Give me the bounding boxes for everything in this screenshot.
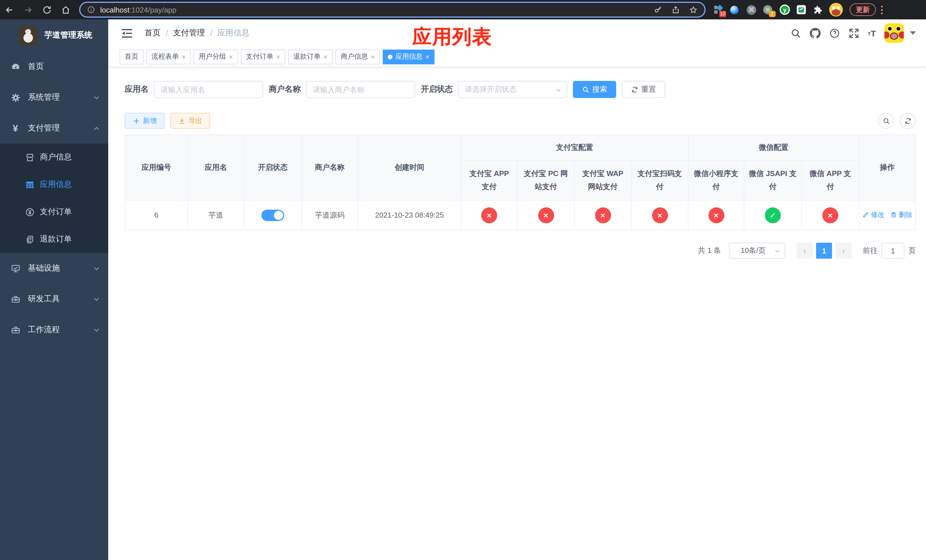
pagination: 共 1 条 10条/页 ‹ 1 › 前往 页 bbox=[125, 243, 916, 259]
prev-page-button[interactable]: ‹ bbox=[797, 243, 813, 259]
toggle-search-button[interactable] bbox=[878, 113, 894, 129]
cell-alipay-wap: × bbox=[574, 200, 631, 230]
browser-refresh-button[interactable] bbox=[38, 0, 56, 20]
sidebar-item-app-info[interactable]: 应用信息 bbox=[0, 171, 108, 198]
extension-recorder-icon[interactable]: 1 bbox=[763, 5, 773, 15]
sidebar-item-label: 支付管理 bbox=[28, 123, 60, 133]
sidebar-item-label: 基础设施 bbox=[28, 263, 60, 274]
app-logo-row[interactable]: 芋道管理系统 bbox=[0, 20, 108, 51]
col-header-enabled: 开启状态 bbox=[244, 135, 301, 200]
extension-y-icon[interactable]: y bbox=[780, 5, 790, 15]
sidebar-item-payment-orders[interactable]: 支付订单 bbox=[0, 198, 108, 226]
tab-home[interactable]: 首页 bbox=[120, 49, 144, 64]
tab-user-group[interactable]: 用户分组× bbox=[194, 49, 238, 64]
close-icon[interactable]: × bbox=[371, 53, 375, 60]
close-icon[interactable]: × bbox=[229, 53, 233, 60]
sidebar-item-system[interactable]: 系统管理 bbox=[0, 82, 108, 113]
table-toolbar: 新增 导出 bbox=[125, 113, 916, 129]
sidebar-item-infrastructure[interactable]: 基础设施 bbox=[0, 253, 108, 284]
next-page-button[interactable]: › bbox=[835, 243, 851, 259]
chevron-down-icon bbox=[94, 327, 100, 333]
share-icon[interactable] bbox=[672, 5, 680, 14]
sidebar-item-label: 商户信息 bbox=[40, 152, 72, 162]
grid-table-icon bbox=[24, 179, 35, 190]
delete-link[interactable]: 删除 bbox=[890, 210, 912, 220]
cell-alipay-qr: × bbox=[631, 200, 688, 230]
pencil-icon bbox=[862, 212, 869, 218]
cell-created: 2021-10-23 08:49:25 bbox=[358, 200, 461, 230]
sidebar-item-payment[interactable]: ¥ 支付管理 bbox=[0, 113, 108, 144]
enabled-toggle[interactable] bbox=[262, 209, 284, 221]
search-icon[interactable] bbox=[790, 28, 801, 38]
goto-suffix: 页 bbox=[908, 245, 916, 256]
extension-command-icon[interactable]: ⌘ bbox=[747, 5, 756, 15]
edit-link[interactable]: 修改 bbox=[862, 210, 884, 220]
sidebar-item-label: 系统管理 bbox=[28, 92, 60, 103]
browser-update-button[interactable]: 更新 bbox=[850, 3, 876, 16]
sidebar-item-workflow[interactable]: 工作流程 bbox=[0, 315, 108, 345]
home-icon bbox=[61, 5, 71, 15]
breadcrumb-payment[interactable]: 支付管理 bbox=[173, 28, 205, 38]
search-button[interactable]: 搜索 bbox=[573, 81, 616, 98]
extensions-puzzle-icon[interactable] bbox=[813, 5, 822, 15]
status-select[interactable]: 请选择开启状态 bbox=[458, 81, 567, 98]
group-header-alipay: 支付宝配置 bbox=[461, 135, 688, 160]
browser-menu-button[interactable] bbox=[881, 5, 883, 14]
sidebar-item-refund-orders[interactable]: 退款订单 bbox=[0, 226, 108, 253]
collapse-sidebar-icon[interactable] bbox=[122, 29, 132, 37]
close-icon[interactable]: × bbox=[324, 53, 327, 60]
site-info-icon[interactable] bbox=[87, 6, 95, 14]
sidebar-item-merchant-info[interactable]: 商户信息 bbox=[0, 144, 108, 171]
address-bar[interactable]: localhost:1024/pay/app bbox=[79, 2, 706, 18]
reset-button[interactable]: 重置 bbox=[622, 81, 665, 98]
close-icon[interactable]: × bbox=[276, 53, 280, 60]
group-header-wechat: 微信配置 bbox=[688, 135, 859, 160]
bookmark-star-icon[interactable] bbox=[689, 5, 698, 14]
tab-merchant-info[interactable]: 商户信息× bbox=[336, 49, 380, 64]
sidebar-item-dev-tools[interactable]: 研发工具 bbox=[0, 284, 108, 315]
tab-refund-orders[interactable]: 退款订单× bbox=[288, 49, 333, 64]
close-icon[interactable]: × bbox=[425, 53, 430, 60]
payment-submenu: 商户信息 应用信息 支付订单 退款订单 bbox=[0, 144, 108, 253]
sidebar-item-home[interactable]: 首页 bbox=[0, 51, 108, 82]
page-1-button[interactable]: 1 bbox=[816, 243, 832, 259]
profile-emoji-avatar[interactable] bbox=[829, 3, 843, 17]
tab-payment-orders[interactable]: 支付订单× bbox=[241, 49, 285, 64]
extension-chat-icon[interactable] bbox=[797, 5, 806, 14]
toolbox-icon bbox=[10, 325, 21, 335]
col-header-app-id: 应用编号 bbox=[125, 135, 188, 200]
extension-balloon-icon[interactable] bbox=[730, 5, 740, 15]
chevron-down-icon bbox=[94, 94, 100, 101]
browser-home-button[interactable] bbox=[56, 0, 75, 20]
help-icon[interactable] bbox=[829, 28, 840, 38]
user-avatar[interactable] bbox=[884, 23, 904, 43]
col-header-alipay-app: 支付宝 APP 支付 bbox=[461, 160, 517, 200]
breadcrumb: 首页 / 支付管理 / 应用信息 bbox=[145, 28, 250, 38]
url-text[interactable]: localhost:1024/pay/app bbox=[100, 5, 176, 14]
document-icon bbox=[24, 234, 35, 244]
browser-back-button[interactable] bbox=[0, 0, 19, 20]
close-icon[interactable]: × bbox=[182, 53, 186, 60]
export-button[interactable]: 导出 bbox=[170, 113, 210, 129]
col-header-wechat-mini: 微信小程序支付 bbox=[688, 160, 744, 200]
password-key-icon[interactable] bbox=[654, 5, 662, 14]
tab-app-info[interactable]: 应用信息× bbox=[383, 49, 434, 64]
tab-process-form[interactable]: 流程表单× bbox=[146, 49, 191, 64]
font-size-icon[interactable]: тT bbox=[868, 28, 876, 38]
download-icon bbox=[178, 117, 186, 124]
browser-toolbar: localhost:1024/pay/app 10 ⌘ 1 y bbox=[0, 0, 926, 20]
browser-forward-button[interactable] bbox=[19, 0, 38, 20]
breadcrumb-home[interactable]: 首页 bbox=[145, 28, 160, 38]
fullscreen-icon[interactable] bbox=[849, 28, 859, 38]
avatar-caret-icon[interactable] bbox=[910, 31, 916, 35]
goto-page-input[interactable] bbox=[882, 243, 904, 259]
extension-sketch-icon[interactable]: 10 bbox=[714, 5, 723, 15]
page-size-select[interactable]: 10条/页 bbox=[729, 243, 785, 259]
refresh-table-button[interactable] bbox=[900, 113, 916, 129]
search-icon bbox=[882, 117, 890, 124]
app-title: 芋道管理系统 bbox=[44, 30, 92, 41]
add-button[interactable]: 新增 bbox=[125, 113, 165, 129]
github-icon[interactable] bbox=[810, 28, 821, 38]
merchant-name-input[interactable] bbox=[306, 81, 415, 98]
app-name-input[interactable] bbox=[154, 81, 263, 98]
